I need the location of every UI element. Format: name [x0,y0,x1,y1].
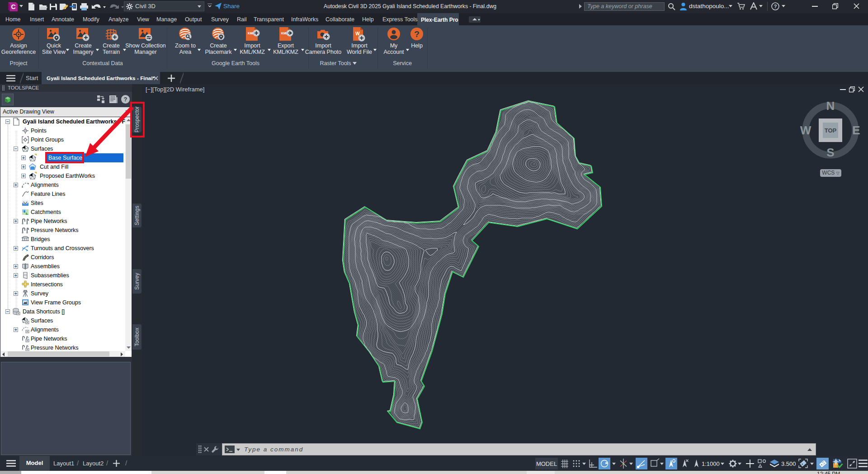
svg-text:MODEL: MODEL [536,460,557,467]
svg-text:CreatePlacemark: CreatePlacemark [205,43,232,55]
svg-text:Service: Service [393,60,412,66]
svg-text:CreateTerrain: CreateTerrain [103,43,120,55]
svg-text:Show CollectionManager: Show CollectionManager [125,43,166,55]
svg-text:TOP: TOP [825,127,837,134]
svg-text:E: E [852,123,860,137]
svg-text:Contextual Data: Contextual Data [82,60,123,66]
svg-text:Raster Tools: Raster Tools [320,60,351,66]
svg-text:ImportKML/KMZ: ImportKML/KMZ [240,43,265,55]
svg-text:ImportWorld File: ImportWorld File [347,43,372,55]
svg-text:?: ? [774,4,777,9]
svg-text:Google Earth Tools: Google Earth Tools [212,60,259,66]
svg-text:Project: Project [10,60,28,66]
svg-text:S: S [826,146,834,159]
svg-text:QuickSite View: QuickSite View [42,43,66,55]
svg-text:Zoom toArea: Zoom toArea [175,43,196,55]
svg-text:AssignGeoreference: AssignGeoreference [1,43,36,55]
svg-text:Help: Help [411,43,423,49]
svg-text:1:1000: 1:1000 [702,460,720,467]
svg-text:N: N [826,100,835,113]
svg-text:C: C [11,3,15,10]
svg-text:W: W [355,31,360,36]
svg-text:?: ? [414,29,420,39]
svg-text:W: W [800,123,811,137]
svg-text:MyAccount: MyAccount [383,43,404,55]
svg-text:3.500: 3.500 [781,460,796,467]
svg-text:CreateImagery: CreateImagery [73,43,94,55]
svg-text:ExportKML/KMZ: ExportKML/KMZ [273,43,298,55]
svg-text:ImportCamera Photo: ImportCamera Photo [305,43,342,55]
